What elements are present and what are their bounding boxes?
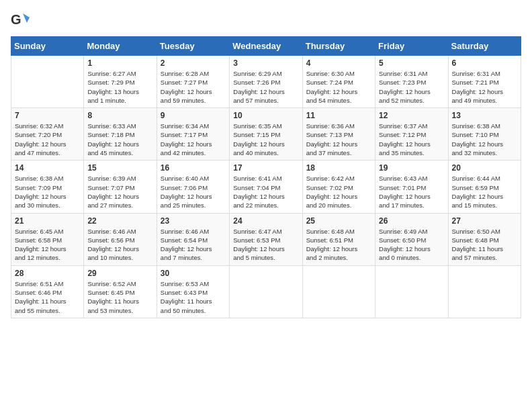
day-number: 2 — [161, 58, 226, 68]
calendar-body: 1Sunrise: 6:27 AMSunset: 7:29 PMDaylight… — [11, 56, 521, 318]
calendar-week-row: 1Sunrise: 6:27 AMSunset: 7:29 PMDaylight… — [11, 56, 521, 108]
calendar-cell: 3Sunrise: 6:29 AMSunset: 7:26 PMDaylight… — [230, 56, 302, 108]
calendar-cell — [230, 265, 302, 318]
calendar-cell: 22Sunrise: 6:46 AMSunset: 6:56 PMDayligh… — [84, 213, 157, 265]
calendar-cell: 5Sunrise: 6:31 AMSunset: 7:23 PMDaylight… — [375, 56, 448, 108]
day-number: 19 — [379, 163, 444, 173]
day-number: 21 — [15, 216, 80, 226]
day-number: 13 — [452, 111, 517, 120]
calendar-cell: 26Sunrise: 6:49 AMSunset: 6:50 PMDayligh… — [375, 213, 448, 265]
calendar-cell: 19Sunrise: 6:43 AMSunset: 7:01 PMDayligh… — [375, 161, 448, 213]
calendar-cell: 30Sunrise: 6:53 AMSunset: 6:43 PMDayligh… — [157, 265, 229, 318]
day-info: Sunrise: 6:33 AMSunset: 7:18 PMDaylight:… — [87, 122, 152, 157]
day-info: Sunrise: 6:41 AMSunset: 7:04 PMDaylight:… — [233, 174, 298, 210]
day-info: Sunrise: 6:48 AMSunset: 6:51 PMDaylight:… — [306, 227, 371, 263]
logo-icon: G — [11, 11, 30, 30]
day-number: 26 — [379, 216, 444, 226]
calendar-cell: 2Sunrise: 6:28 AMSunset: 7:27 PMDaylight… — [157, 56, 229, 108]
calendar-cell: 6Sunrise: 6:31 AMSunset: 7:21 PMDaylight… — [448, 56, 521, 108]
calendar-cell: 27Sunrise: 6:50 AMSunset: 6:48 PMDayligh… — [448, 213, 521, 265]
day-info: Sunrise: 6:27 AMSunset: 7:29 PMDaylight:… — [87, 69, 152, 105]
svg-text:G: G — [11, 12, 21, 27]
day-info: Sunrise: 6:49 AMSunset: 6:50 PMDaylight:… — [379, 227, 444, 263]
day-info: Sunrise: 6:29 AMSunset: 7:26 PMDaylight:… — [233, 69, 298, 105]
day-number: 22 — [87, 216, 152, 226]
day-info: Sunrise: 6:45 AMSunset: 6:58 PMDaylight:… — [15, 227, 80, 263]
day-number: 27 — [452, 216, 517, 226]
calendar-cell: 17Sunrise: 6:41 AMSunset: 7:04 PMDayligh… — [230, 161, 302, 213]
day-number: 28 — [15, 269, 80, 278]
weekday-header-cell: Tuesday — [157, 37, 229, 56]
day-info: Sunrise: 6:52 AMSunset: 6:45 PMDaylight:… — [87, 279, 152, 315]
calendar-cell: 9Sunrise: 6:34 AMSunset: 7:17 PMDaylight… — [157, 108, 229, 161]
svg-marker-1 — [23, 13, 30, 23]
day-info: Sunrise: 6:50 AMSunset: 6:48 PMDaylight:… — [452, 227, 517, 263]
day-number: 8 — [87, 111, 152, 120]
calendar-cell: 20Sunrise: 6:44 AMSunset: 6:59 PMDayligh… — [448, 161, 521, 213]
calendar-cell: 25Sunrise: 6:48 AMSunset: 6:51 PMDayligh… — [302, 213, 375, 265]
day-number: 29 — [87, 269, 152, 278]
day-info: Sunrise: 6:38 AMSunset: 7:10 PMDaylight:… — [452, 122, 517, 157]
day-info: Sunrise: 6:30 AMSunset: 7:24 PMDaylight:… — [306, 69, 371, 105]
day-info: Sunrise: 6:31 AMSunset: 7:23 PMDaylight:… — [379, 69, 444, 105]
day-number: 7 — [15, 111, 80, 120]
weekday-header-cell: Sunday — [11, 37, 84, 56]
day-number: 6 — [452, 58, 517, 68]
calendar-cell: 24Sunrise: 6:47 AMSunset: 6:53 PMDayligh… — [230, 213, 302, 265]
day-number: 17 — [233, 163, 298, 173]
day-info: Sunrise: 6:47 AMSunset: 6:53 PMDaylight:… — [233, 227, 298, 263]
calendar-cell: 16Sunrise: 6:40 AMSunset: 7:06 PMDayligh… — [157, 161, 229, 213]
calendar-cell: 18Sunrise: 6:42 AMSunset: 7:02 PMDayligh… — [302, 161, 375, 213]
header: G — [11, 11, 521, 30]
day-number: 1 — [87, 58, 152, 68]
calendar-cell: 7Sunrise: 6:32 AMSunset: 7:20 PMDaylight… — [11, 108, 84, 161]
day-number: 9 — [161, 111, 226, 120]
day-number: 23 — [161, 216, 226, 226]
logo: G — [11, 11, 32, 30]
calendar-cell: 21Sunrise: 6:45 AMSunset: 6:58 PMDayligh… — [11, 213, 84, 265]
day-info: Sunrise: 6:36 AMSunset: 7:13 PMDaylight:… — [306, 122, 371, 157]
day-number: 24 — [233, 216, 298, 226]
calendar-cell — [11, 56, 84, 108]
weekday-header-cell: Wednesday — [230, 37, 302, 56]
day-number: 4 — [306, 58, 371, 68]
calendar-cell: 14Sunrise: 6:38 AMSunset: 7:09 PMDayligh… — [11, 161, 84, 213]
day-info: Sunrise: 6:34 AMSunset: 7:17 PMDaylight:… — [161, 122, 226, 157]
day-info: Sunrise: 6:32 AMSunset: 7:20 PMDaylight:… — [15, 122, 80, 157]
calendar-cell: 13Sunrise: 6:38 AMSunset: 7:10 PMDayligh… — [448, 108, 521, 161]
weekday-header-cell: Monday — [84, 37, 157, 56]
day-number: 10 — [233, 111, 298, 120]
day-info: Sunrise: 6:31 AMSunset: 7:21 PMDaylight:… — [452, 69, 517, 105]
calendar-cell: 15Sunrise: 6:39 AMSunset: 7:07 PMDayligh… — [84, 161, 157, 213]
day-number: 11 — [306, 111, 371, 120]
weekday-header-cell: Saturday — [448, 37, 521, 56]
day-info: Sunrise: 6:42 AMSunset: 7:02 PMDaylight:… — [306, 174, 371, 210]
calendar-week-row: 7Sunrise: 6:32 AMSunset: 7:20 PMDaylight… — [11, 108, 521, 161]
calendar-cell — [375, 265, 448, 318]
calendar-cell: 23Sunrise: 6:46 AMSunset: 6:54 PMDayligh… — [157, 213, 229, 265]
calendar-week-row: 21Sunrise: 6:45 AMSunset: 6:58 PMDayligh… — [11, 213, 521, 265]
day-number: 15 — [87, 163, 152, 173]
calendar-table: SundayMondayTuesdayWednesdayThursdayFrid… — [11, 36, 521, 318]
day-info: Sunrise: 6:46 AMSunset: 6:54 PMDaylight:… — [161, 227, 226, 263]
calendar-cell: 8Sunrise: 6:33 AMSunset: 7:18 PMDaylight… — [84, 108, 157, 161]
day-number: 20 — [452, 163, 517, 173]
calendar-cell: 1Sunrise: 6:27 AMSunset: 7:29 PMDaylight… — [84, 56, 157, 108]
calendar-cell: 4Sunrise: 6:30 AMSunset: 7:24 PMDaylight… — [302, 56, 375, 108]
calendar-week-row: 28Sunrise: 6:51 AMSunset: 6:46 PMDayligh… — [11, 265, 521, 318]
day-info: Sunrise: 6:44 AMSunset: 6:59 PMDaylight:… — [452, 174, 517, 210]
calendar-cell: 10Sunrise: 6:35 AMSunset: 7:15 PMDayligh… — [230, 108, 302, 161]
day-info: Sunrise: 6:46 AMSunset: 6:56 PMDaylight:… — [87, 227, 152, 263]
day-info: Sunrise: 6:39 AMSunset: 7:07 PMDaylight:… — [87, 174, 152, 210]
day-info: Sunrise: 6:28 AMSunset: 7:27 PMDaylight:… — [161, 69, 226, 105]
weekday-header-cell: Friday — [375, 37, 448, 56]
day-info: Sunrise: 6:53 AMSunset: 6:43 PMDaylight:… — [161, 279, 226, 315]
day-number: 3 — [233, 58, 298, 68]
day-number: 14 — [15, 163, 80, 173]
weekday-header-row: SundayMondayTuesdayWednesdayThursdayFrid… — [11, 37, 521, 56]
day-info: Sunrise: 6:40 AMSunset: 7:06 PMDaylight:… — [161, 174, 226, 210]
day-number: 16 — [161, 163, 226, 173]
day-number: 5 — [379, 58, 444, 68]
weekday-header-cell: Thursday — [302, 37, 375, 56]
calendar-cell — [448, 265, 521, 318]
